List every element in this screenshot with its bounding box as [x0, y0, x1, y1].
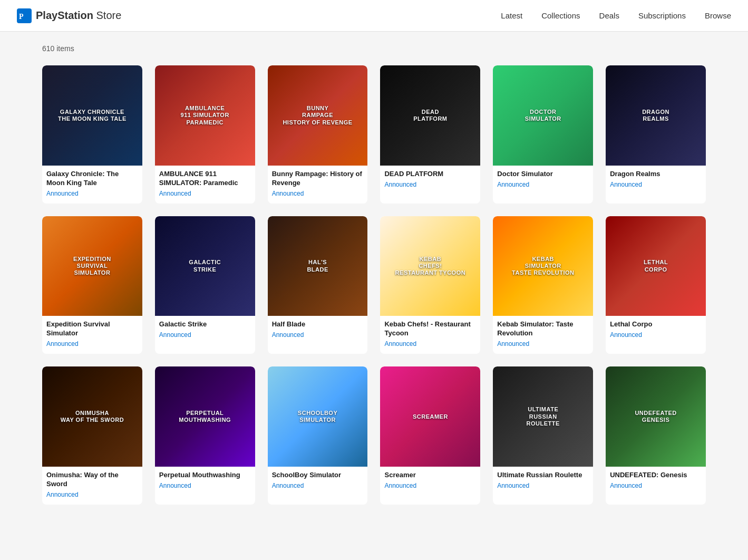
- logo[interactable]: P PlayStation Store: [17, 8, 121, 23]
- thumb-text-overlay: AMBULANCE911 SIMULATORPARAMEDIC: [155, 65, 255, 166]
- game-card-expedition-survival[interactable]: EXPEDITIONSURVIVALSIMULATOR Expedition S…: [42, 216, 142, 354]
- game-title: SchoolBoy Simulator: [272, 471, 364, 480]
- thumb-label: DOCTOR: [530, 109, 556, 115]
- thumb-label: ROULETTE: [527, 420, 560, 427]
- game-thumbnail: DEADPLATFORM: [380, 65, 480, 166]
- game-thumbnail: AMBULANCE911 SIMULATORPARAMEDIC: [155, 65, 255, 166]
- nav-latest[interactable]: Latest: [501, 11, 522, 20]
- thumb-text-overlay: ULTIMATERUSSIANROULETTE: [493, 366, 593, 467]
- game-status: Announced: [272, 190, 364, 197]
- thumb-label: Kebab: [532, 256, 554, 263]
- game-info: Lethal Corpo Announced: [606, 316, 706, 345]
- game-thumbnail: KebabSimulatorTaste Revolution: [493, 216, 593, 316]
- game-info: Kebab Simulator: Taste Revolution Announ…: [493, 316, 593, 354]
- game-title: Ultimate Russian Roulette: [497, 471, 589, 480]
- game-card-galactic-strike[interactable]: GALACTICSTRIKE Galactic Strike Announced: [155, 216, 255, 354]
- nav-deals[interactable]: Deals: [599, 11, 619, 20]
- game-status: Announced: [384, 181, 476, 188]
- game-title: Kebab Simulator: Taste Revolution: [497, 320, 589, 338]
- thumb-label: DEAD: [422, 109, 439, 115]
- header: P PlayStation Store Latest Collections D…: [0, 0, 748, 32]
- game-thumbnail: KebabChefs!Restaurant Tycoon: [380, 216, 480, 316]
- game-grid: Galaxy ChronicleThe Moon King Tale Galax…: [42, 65, 706, 505]
- thumb-text-overlay: EXPEDITIONSURVIVALSIMULATOR: [42, 216, 142, 316]
- game-thumbnail: Galaxy ChronicleThe Moon King Tale: [42, 65, 142, 166]
- thumb-label: SIMULATOR: [74, 269, 110, 276]
- game-title: Dragon Realms: [610, 170, 702, 179]
- game-title: UNDEFEATED: Genesis: [610, 471, 702, 480]
- main-nav: Latest Collections Deals Subscriptions B…: [501, 11, 731, 20]
- game-card-kebab-simulator[interactable]: KebabSimulatorTaste Revolution Kebab Sim…: [493, 216, 593, 354]
- logo-text: PlayStation Store: [36, 9, 121, 22]
- thumb-label: DRAGON: [642, 109, 669, 115]
- game-title: Galaxy Chronicle: The Moon King Tale: [46, 170, 138, 188]
- game-status: Announced: [384, 340, 476, 347]
- thumb-label: GENESIS: [642, 417, 669, 423]
- thumb-text-overlay: PERPETUALMOUTHWASHING: [155, 366, 255, 467]
- game-card-dragon-realms[interactable]: DRAGONREALMS Dragon Realms Announced: [606, 65, 706, 204]
- nav-collections[interactable]: Collections: [541, 11, 580, 20]
- nav-subscriptions[interactable]: Subscriptions: [638, 11, 686, 20]
- game-info: Onimusha: Way of the Sword Announced: [42, 467, 142, 505]
- thumb-label: MOUTHWASHING: [179, 417, 231, 423]
- game-thumbnail: PERPETUALMOUTHWASHING: [155, 366, 255, 467]
- game-card-doctor-simulator[interactable]: DOCTORSIMULATOR Doctor Simulator Announc…: [493, 65, 593, 204]
- thumb-label: SCREAMER: [413, 413, 448, 420]
- svg-text:P: P: [19, 13, 24, 21]
- game-title: Screamer: [384, 471, 476, 480]
- thumb-text-overlay: SCREAMER: [380, 366, 480, 467]
- thumb-label: EXPEDITION: [73, 256, 111, 263]
- thumb-text-overlay: GALACTICSTRIKE: [155, 216, 255, 316]
- thumb-text-overlay: UNDEFEATEDGENESIS: [606, 366, 706, 467]
- thumb-label: GALACTIC: [189, 259, 221, 266]
- game-card-perpetual-mouthwashing[interactable]: PERPETUALMOUTHWASHING Perpetual Mouthwas…: [155, 366, 255, 505]
- game-status: Announced: [610, 181, 702, 188]
- game-card-bunny-rampage[interactable]: BUNNYRAMPAGEHistory of Revenge Bunny Ram…: [268, 65, 368, 204]
- game-title: Galactic Strike: [159, 320, 251, 329]
- game-info: Perpetual Mouthwashing Announced: [155, 467, 255, 496]
- thumb-label: Restaurant Tycoon: [395, 269, 466, 276]
- game-status: Announced: [272, 482, 364, 489]
- game-status: Announced: [384, 482, 476, 489]
- playstation-logo-icon: P: [17, 8, 32, 23]
- thumb-label: Simulator: [299, 417, 336, 423]
- game-status: Announced: [159, 190, 251, 197]
- game-card-kebab-chefs[interactable]: KebabChefs!Restaurant Tycoon Kebab Chefs…: [380, 216, 480, 354]
- thumb-label: Galaxy Chronicle: [60, 109, 124, 115]
- game-info: Doctor Simulator Announced: [493, 166, 593, 195]
- thumb-text-overlay: DEADPLATFORM: [380, 65, 480, 166]
- game-card-undefeated-genesis[interactable]: UNDEFEATEDGENESIS UNDEFEATED: Genesis An…: [606, 366, 706, 505]
- game-status: Announced: [46, 190, 138, 197]
- game-card-galaxy-chronicle[interactable]: Galaxy ChronicleThe Moon King Tale Galax…: [42, 65, 142, 204]
- thumb-label: BLADE: [307, 266, 328, 273]
- game-status: Announced: [272, 331, 364, 339]
- thumb-text-overlay: DRAGONREALMS: [606, 65, 706, 166]
- game-info: SchoolBoy Simulator Announced: [268, 467, 368, 496]
- game-title: Perpetual Mouthwashing: [159, 471, 251, 480]
- game-card-half-blade[interactable]: HAL'SBLADE Half Blade Announced: [268, 216, 368, 354]
- thumb-text-overlay: SchoolBoySimulator: [268, 366, 368, 467]
- game-card-schoolboy-simulator[interactable]: SchoolBoySimulator SchoolBoy Simulator A…: [268, 366, 368, 505]
- thumb-label: PARAMEDIC: [187, 119, 224, 126]
- game-card-screamer[interactable]: SCREAMER Screamer Announced: [380, 366, 480, 505]
- game-status: Announced: [497, 340, 589, 347]
- thumb-text-overlay: KebabChefs!Restaurant Tycoon: [380, 216, 480, 316]
- game-title: Half Blade: [272, 320, 364, 329]
- thumb-label: HAL'S: [308, 259, 327, 266]
- thumb-label: ONIMUSHA: [75, 410, 109, 417]
- game-info: Galactic Strike Announced: [155, 316, 255, 345]
- game-card-ultimate-russian-roulette[interactable]: ULTIMATERUSSIANROULETTE Ultimate Russian…: [493, 366, 593, 505]
- game-card-ambulance-911[interactable]: AMBULANCE911 SIMULATORPARAMEDIC AMBULANC…: [155, 65, 255, 204]
- game-thumbnail: SchoolBoySimulator: [268, 366, 368, 467]
- game-status: Announced: [610, 331, 702, 339]
- thumb-text-overlay: BUNNYRAMPAGEHistory of Revenge: [268, 65, 368, 166]
- nav-browse[interactable]: Browse: [705, 11, 731, 20]
- game-thumbnail: ONIMUSHAWAY OF THE SWORD: [42, 366, 142, 467]
- thumb-label: STRIKE: [193, 266, 216, 273]
- game-status: Announced: [497, 482, 589, 489]
- game-thumbnail: BUNNYRAMPAGEHistory of Revenge: [268, 65, 368, 166]
- game-card-dead-platform[interactable]: DEADPLATFORM DEAD PLATFORM Announced: [380, 65, 480, 204]
- game-card-lethal-corpo[interactable]: LETHALCORPO Lethal Corpo Announced: [606, 216, 706, 354]
- thumb-label: SIMULATOR: [525, 115, 561, 122]
- game-card-onimusha[interactable]: ONIMUSHAWAY OF THE SWORD Onimusha: Way o…: [42, 366, 142, 505]
